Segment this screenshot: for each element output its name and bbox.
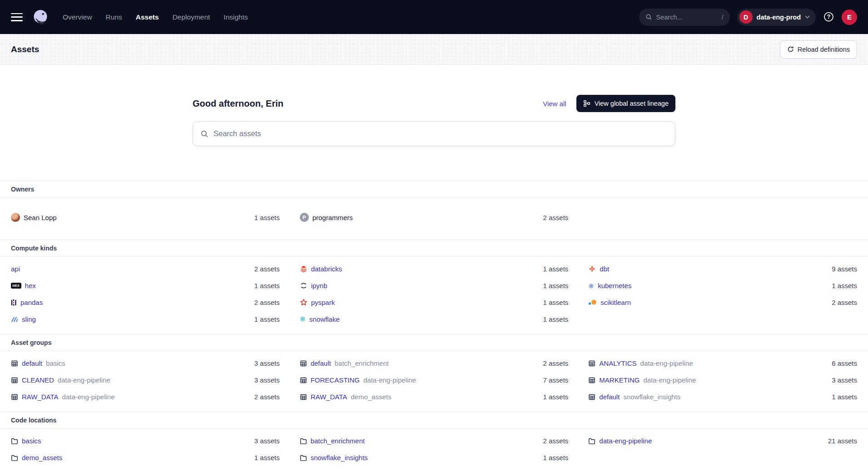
facet-link-default[interactable]: defaultbasics <box>11 359 65 367</box>
dagster-logo-icon[interactable] <box>31 8 50 27</box>
facet-secondary-name: data-eng-pipeline <box>644 376 696 384</box>
asset-group-icon <box>588 393 595 401</box>
facet-link-scikitlearn[interactable]: scikitlearn <box>588 299 631 306</box>
sling-icon <box>11 316 18 323</box>
refresh-icon <box>787 46 794 53</box>
section-asset-groups: Asset groupsdefaultbasics3 assetsdefault… <box>0 334 868 412</box>
global-search[interactable]: / <box>639 9 730 26</box>
asset-count: 1 assets <box>254 315 280 323</box>
asset-count: 1 assets <box>543 454 568 461</box>
facet-link-sean-lopp[interactable]: Sean Lopp <box>11 213 57 222</box>
facet-link-batch-enrichment[interactable]: batch_enrichment <box>300 437 365 445</box>
reload-definitions-button[interactable]: Reload definitions <box>780 40 857 59</box>
asset-group-icon <box>588 377 595 384</box>
folder-icon <box>11 437 18 445</box>
facet-cell: RAW_DATAdemo_assets1 assets <box>300 393 569 401</box>
asset-count: 3 assets <box>254 359 280 367</box>
facet-cell: api2 assets <box>11 265 280 273</box>
asset-count: 3 assets <box>254 437 280 445</box>
asset-count: 2 assets <box>254 393 280 401</box>
hero-block: Good afternoon, Erin View all View globa… <box>193 95 675 146</box>
asset-count: 1 assets <box>254 214 280 221</box>
facet-row: Sean Lopp1 assetsPprogrammers2 assets <box>0 201 868 233</box>
facet-cell: scikitlearn2 assets <box>588 299 857 306</box>
asset-count: 7 assets <box>543 376 568 384</box>
facet-name: sling <box>22 315 36 323</box>
snowflake-icon: ❄ <box>300 316 306 323</box>
facet-name: programmers <box>312 214 353 221</box>
facet-link-analytics[interactable]: ANALYTICSdata-eng-pipeline <box>588 359 693 367</box>
facet-cell: ❄snowflake1 assets <box>300 315 569 323</box>
facet-cell: ANALYTICSdata-eng-pipeline6 assets <box>588 359 857 367</box>
facet-link-kubernetes[interactable]: ⎈kubernetes <box>588 282 631 290</box>
nav-item-assets[interactable]: Assets <box>136 13 159 21</box>
section-title: Asset groups <box>0 334 868 351</box>
asset-count: 6 assets <box>832 359 857 367</box>
facet-link-programmers[interactable]: Pprogrammers <box>300 213 353 222</box>
facet-secondary-name: data-eng-pipeline <box>62 393 115 401</box>
asset-count: 9 assets <box>832 265 857 273</box>
facet-link-cleaned[interactable]: CLEANEDdata-eng-pipeline <box>11 376 110 384</box>
facet-link-raw-data[interactable]: RAW_DATAdata-eng-pipeline <box>11 393 114 401</box>
deployment-switcher[interactable]: D data-eng-prod <box>737 9 816 26</box>
view-all-link[interactable]: View all <box>543 100 566 108</box>
facet-link-databricks[interactable]: databricks <box>300 265 342 273</box>
dbt-icon <box>588 265 596 273</box>
facet-link-sling[interactable]: sling <box>11 315 36 323</box>
facet-link-default[interactable]: defaultbatch_enrichment <box>300 359 389 367</box>
facet-link-default[interactable]: defaultsnowflake_insights <box>588 393 680 401</box>
lineage-graph-icon <box>583 100 590 107</box>
asset-count: 2 assets <box>254 299 280 306</box>
facet-cell: basics3 assets <box>11 437 280 445</box>
kubernetes-icon: ⎈ <box>588 282 594 290</box>
facet-row: api2 assetsdatabricks1 assetsdbt9 assets <box>0 260 868 277</box>
asset-count: 3 assets <box>254 376 280 384</box>
nav-item-insights[interactable]: Insights <box>223 13 248 21</box>
facet-link-pyspark[interactable]: pyspark <box>300 299 335 306</box>
facet-cell: MARKETINGdata-eng-pipeline3 assets <box>588 376 857 384</box>
user-avatar[interactable]: E <box>842 10 857 25</box>
nav-item-deployment[interactable]: Deployment <box>173 13 210 21</box>
view-global-asset-lineage-label: View global asset lineage <box>595 100 669 107</box>
asset-count: 1 assets <box>543 315 568 323</box>
facet-cell: batch_enrichment2 assets <box>300 437 569 445</box>
asset-search-box[interactable] <box>193 121 675 146</box>
page-header: Assets Reload definitions <box>0 34 868 65</box>
facet-name: CLEANED <box>22 376 54 384</box>
facet-link-raw-data[interactable]: RAW_DATAdemo_assets <box>300 393 392 401</box>
facet-name: dbt <box>600 265 609 273</box>
facet-name: demo_assets <box>22 454 62 461</box>
facet-link-demo-assets[interactable]: demo_assets <box>11 454 62 461</box>
facet-name: batch_enrichment <box>311 437 365 445</box>
view-global-asset-lineage-button[interactable]: View global asset lineage <box>576 95 675 112</box>
nav-item-runs[interactable]: Runs <box>106 13 122 21</box>
facet-cell: pandas2 assets <box>11 299 280 306</box>
facet-name: hex <box>25 282 36 290</box>
facet-link-data-eng-pipeline[interactable]: data-eng-pipeline <box>588 437 652 445</box>
nav-item-overview[interactable]: Overview <box>63 13 92 21</box>
search-icon <box>645 14 652 20</box>
facet-link-snowflake[interactable]: ❄snowflake <box>300 315 340 323</box>
facet-link-snowflake-insights[interactable]: snowflake_insights <box>300 454 368 461</box>
facet-link-basics[interactable]: basics <box>11 437 41 445</box>
asset-group-icon <box>588 360 595 367</box>
facet-link-ipynb[interactable]: ipynb <box>300 282 327 290</box>
facet-name: api <box>11 265 20 273</box>
section-compute-kinds: Compute kindsapi2 assetsdatabricks1 asse… <box>0 240 868 334</box>
facet-link-pandas[interactable]: pandas <box>11 299 43 306</box>
facet-link-forecasting[interactable]: FORECASTINGdata-eng-pipeline <box>300 376 416 384</box>
hamburger-menu-icon[interactable] <box>11 13 23 21</box>
facet-link-dbt[interactable]: dbt <box>588 265 609 273</box>
asset-search-input[interactable] <box>213 129 668 138</box>
folder-icon <box>300 437 307 445</box>
facet-link-marketing[interactable]: MARKETINGdata-eng-pipeline <box>588 376 696 384</box>
global-search-input[interactable] <box>656 14 718 21</box>
svg-text:?: ? <box>827 14 830 20</box>
facet-link-api[interactable]: api <box>11 265 20 273</box>
facet-name: pyspark <box>311 299 335 306</box>
facet-name: RAW_DATA <box>311 393 347 401</box>
facet-cell: HEXhex1 assets <box>11 282 280 290</box>
facet-link-hex[interactable]: HEXhex <box>11 282 36 290</box>
help-icon[interactable]: ? <box>823 11 834 23</box>
asset-count: 2 assets <box>543 214 568 221</box>
